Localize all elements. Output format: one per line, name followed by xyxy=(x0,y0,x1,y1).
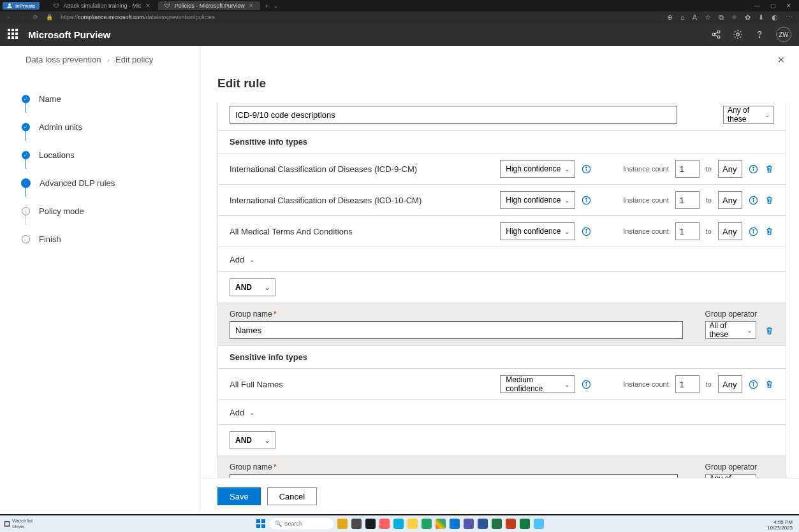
info-icon[interactable] xyxy=(582,196,591,205)
close-panel-button[interactable]: ✕ xyxy=(777,55,785,65)
share-icon[interactable] xyxy=(711,29,721,40)
instance-to-input[interactable] xyxy=(718,191,742,209)
instance-from-input[interactable] xyxy=(675,160,700,178)
taskbar-app-icon[interactable] xyxy=(351,519,362,529)
a-icon[interactable]: A xyxy=(693,13,697,22)
step-locations[interactable]: Locations xyxy=(22,141,179,169)
svg-point-16 xyxy=(586,198,587,199)
group-operator-dropdown[interactable]: Any of these⌄ xyxy=(723,106,774,124)
section-sensitive-info-types: Sensitive info types xyxy=(230,352,774,362)
gear-icon[interactable] xyxy=(733,29,743,40)
svg-point-28 xyxy=(586,382,587,383)
svg-line-4 xyxy=(715,32,717,34)
tab-actions-icon[interactable]: ⧉ xyxy=(719,13,724,22)
taskbar-app-icon[interactable] xyxy=(506,519,516,529)
taskbar-app-icon[interactable] xyxy=(393,519,404,529)
instance-to-input[interactable] xyxy=(718,375,742,393)
start-icon[interactable] xyxy=(256,519,266,529)
watchlist-widget[interactable]: 🔲 WatchlistIdeas xyxy=(4,518,33,529)
maximize-icon[interactable]: ▢ xyxy=(770,3,776,9)
info-icon[interactable] xyxy=(749,227,758,236)
step-finish[interactable]: Finish xyxy=(22,225,179,253)
breadcrumb-leaf: Edit policy xyxy=(115,55,153,64)
edit-rule-panel: ✕ Edit rule Any of these⌄ Sensitive info… xyxy=(201,46,799,514)
add-button[interactable]: Add⌄ xyxy=(230,255,254,264)
taskbar-app-icon[interactable] xyxy=(421,519,432,529)
logical-operator-dropdown[interactable]: AND⌄ xyxy=(230,431,275,449)
section-sensitive-info-types: Sensitive info types xyxy=(230,137,774,147)
help-icon[interactable] xyxy=(754,29,765,40)
confidence-dropdown[interactable]: High confidence⌄ xyxy=(500,191,575,209)
taskbar-app-icon[interactable] xyxy=(492,519,502,529)
extensions-icon[interactable]: ✿ xyxy=(745,13,751,22)
info-icon[interactable] xyxy=(582,164,591,174)
back-icon[interactable]: ← xyxy=(6,14,12,20)
avatar[interactable]: ZW xyxy=(776,27,791,42)
breadcrumb-root[interactable]: Data loss prevention xyxy=(26,55,101,64)
step-admin-units[interactable]: Admin units xyxy=(22,113,179,141)
trash-icon[interactable] xyxy=(765,326,774,336)
group-name-input[interactable] xyxy=(230,106,677,124)
group-name-input[interactable] xyxy=(230,321,683,339)
taskbar-app-icon[interactable] xyxy=(450,519,460,529)
info-icon[interactable] xyxy=(582,380,591,389)
step-policy-mode[interactable]: Policy mode xyxy=(22,197,179,225)
search-input[interactable]: 🔍 Search xyxy=(270,518,334,529)
more-icon[interactable]: ⋯ xyxy=(786,13,793,22)
save-button[interactable]: Save xyxy=(217,487,261,505)
copilot-icon[interactable]: ◐ xyxy=(772,13,778,22)
instance-from-input[interactable] xyxy=(675,375,700,393)
refresh-icon[interactable]: ⟳ xyxy=(33,14,38,20)
taskbar-app-icon[interactable] xyxy=(337,519,348,529)
favorite-icon[interactable]: ☆ xyxy=(705,13,711,22)
cancel-button[interactable]: Cancel xyxy=(267,487,317,505)
info-icon[interactable] xyxy=(749,196,758,205)
instance-to-input[interactable] xyxy=(718,160,742,178)
taskbar-app-icon[interactable] xyxy=(464,519,474,529)
info-icon[interactable] xyxy=(749,380,758,389)
trash-icon[interactable] xyxy=(765,227,774,236)
close-window-icon[interactable]: ✕ xyxy=(786,3,791,9)
chevron-down-icon: ⌄ xyxy=(564,381,569,388)
info-icon[interactable] xyxy=(749,164,758,174)
info-icon[interactable] xyxy=(582,227,591,236)
close-icon[interactable]: ✕ xyxy=(145,3,150,9)
taskbar-app-icon[interactable] xyxy=(478,519,488,529)
confidence-dropdown[interactable]: High confidence⌄ xyxy=(500,222,575,240)
taskbar-app-icon[interactable] xyxy=(379,519,390,529)
zoom-icon[interactable]: ⊕ xyxy=(667,13,673,22)
taskbar-app-icon[interactable] xyxy=(436,519,446,529)
add-button[interactable]: Add⌄ xyxy=(230,408,254,417)
minimize-icon[interactable]: — xyxy=(754,3,760,9)
trash-icon[interactable] xyxy=(765,164,774,174)
instance-to-input[interactable] xyxy=(718,222,742,240)
step-name[interactable]: Name xyxy=(22,85,179,113)
download-icon[interactable]: ⬇ xyxy=(758,13,764,22)
step-advanced-dlp-rules[interactable]: Advanced DLP rules xyxy=(22,169,179,197)
waffle-icon[interactable] xyxy=(8,29,19,40)
rule-scroll[interactable]: Any of these⌄ Sensitive info types Inter… xyxy=(201,102,799,478)
browser-tab[interactable]: 🛡 Policies - Microsoft Purview ✕ xyxy=(158,1,260,10)
logical-operator-dropdown[interactable]: AND⌄ xyxy=(230,278,275,296)
close-icon[interactable]: ✕ xyxy=(249,3,254,9)
taskbar-clock[interactable]: 4:55 PM 10/23/2023 xyxy=(767,519,793,531)
tab-menu-icon[interactable]: ⌄ xyxy=(274,3,278,9)
trash-icon[interactable] xyxy=(765,196,774,205)
new-tab-button[interactable]: ＋ xyxy=(264,2,270,10)
taskbar-app-icon[interactable] xyxy=(365,519,376,529)
trash-icon[interactable] xyxy=(765,380,774,389)
collections-icon[interactable]: ✧ xyxy=(731,13,737,22)
confidence-dropdown[interactable]: High confidence⌄ xyxy=(500,160,575,178)
taskbar-app-icon[interactable] xyxy=(407,519,418,529)
taskbar-app-icon[interactable] xyxy=(520,519,530,529)
instance-from-input[interactable] xyxy=(675,191,700,209)
instance-from-input[interactable] xyxy=(675,222,700,240)
browser-tab[interactable]: 🛡 Attack simulation training - Mic ✕ xyxy=(47,1,157,10)
taskbar-app-icon[interactable] xyxy=(534,519,544,529)
confidence-dropdown[interactable]: Medium confidence⌄ xyxy=(500,375,575,393)
url[interactable]: https://compliance.microsoft.com/datalos… xyxy=(61,14,215,20)
home-icon[interactable]: ⌂ xyxy=(680,13,685,22)
svg-rect-32 xyxy=(256,519,260,523)
group-operator-dropdown[interactable]: All of these⌄ xyxy=(705,321,756,339)
svg-point-1 xyxy=(712,33,715,36)
